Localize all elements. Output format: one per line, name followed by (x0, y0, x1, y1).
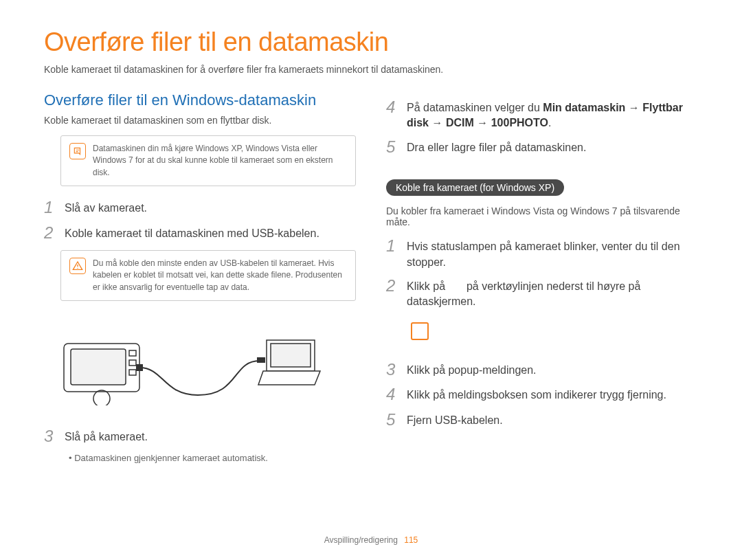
usb-connection-illustration (60, 330, 322, 405)
section-subtext: Koble kameraet til datamaskinen som en f… (44, 115, 356, 126)
step-3: 3 Slå på kameraet. (44, 427, 356, 445)
d-step-3: 3 Klikk på popup-meldingen. (386, 361, 698, 379)
step-number: 3 (386, 361, 398, 379)
step-text: Klikk på popup-meldingen. (407, 361, 537, 379)
pill-subtext: Du kobler fra kameraet i Windows Vista o… (386, 205, 698, 227)
svg-rect-5 (129, 350, 136, 356)
d-step-4: 4 Klikk på meldingsboksen som indikerer … (386, 385, 698, 403)
step-1: 1 Slå av kameraet. (44, 199, 356, 216)
left-column: Overføre filer til en Windows-datamaskin… (44, 91, 356, 463)
step-number: 5 (386, 138, 398, 156)
d-step-2: 2 Klikk på på verktøylinjen nederst til … (386, 277, 698, 310)
step-4: 4 På datamaskinen velger du Min datamask… (386, 98, 698, 131)
step-number: 2 (386, 277, 398, 310)
svg-rect-10 (271, 344, 311, 367)
warning-icon (69, 258, 86, 274)
step4-pre: På datamaskinen velger du (407, 102, 543, 113)
intro-text: Koble kameraet til datamaskinen for å ov… (44, 64, 698, 75)
d-step-1: 1 Hvis statuslampen på kameraet blinker,… (386, 237, 698, 270)
right-column: 4 På datamaskinen velger du Min datamask… (386, 91, 698, 463)
step-text: Slå av kameraet. (65, 199, 147, 216)
disconnect-heading-pill: Koble fra kameraet (for Windows XP) (386, 179, 564, 196)
warning-text: Du må koble den minste enden av USB-kabe… (93, 258, 347, 293)
svg-rect-8 (136, 364, 143, 371)
step-text: Dra eller lagre filer på datamaskinen. (407, 138, 586, 156)
step-number: 1 (44, 199, 56, 216)
step-number: 4 (386, 98, 398, 131)
svg-rect-7 (129, 370, 136, 375)
note-text: Datamaskinen din må kjøre Windows XP, Wi… (93, 143, 347, 179)
step-text: Fjern USB-kabelen. (407, 411, 503, 429)
d-step-2a: Klikk på (407, 280, 448, 292)
arrow-icon: → (429, 117, 446, 128)
step-number: 2 (44, 224, 56, 242)
step-text: Klikk på på verktøylinjen nederst til hø… (407, 277, 698, 310)
page-footer: Avspilling/redigering 115 (0, 535, 742, 545)
step-3-note: Datamaskinen gjenkjenner kameraet automa… (69, 453, 356, 463)
page-title: Overføre filer til en datamaskin (44, 27, 698, 57)
svg-point-1 (77, 268, 78, 269)
step-text: Slå på kameraet. (65, 427, 148, 445)
step-5: 5 Dra eller lagre filer på datamaskinen. (386, 138, 698, 156)
arrow-icon: → (625, 102, 642, 113)
page-number: 115 (404, 535, 418, 545)
d-step-5: 5 Fjern USB-kabelen. (386, 411, 698, 429)
step-text: Hvis statuslampen på kameraet blinker, v… (407, 237, 698, 270)
taskbar-icon-placeholder (411, 322, 429, 340)
svg-rect-6 (129, 360, 136, 366)
step4-b4: 100PHOTO (491, 117, 548, 128)
svg-rect-3 (71, 349, 126, 385)
step4-b1: Min datamaskin (543, 102, 625, 113)
svg-point-4 (93, 390, 110, 405)
note-box: Datamaskinen din må kjøre Windows XP, Wi… (60, 135, 356, 186)
note-icon (69, 143, 86, 159)
section-heading: Overføre filer til en Windows-datamaskin (44, 91, 356, 109)
svg-rect-9 (257, 357, 265, 363)
step-text: Koble kameraet til datamaskinen med USB-… (65, 224, 319, 242)
step-number: 1 (386, 237, 398, 270)
step4-b3: DCIM (446, 117, 474, 128)
footer-label: Avspilling/redigering (324, 535, 398, 545)
step-text: Klikk på meldingsboksen som indikerer tr… (407, 385, 666, 403)
step-number: 4 (386, 385, 398, 403)
step-text: På datamaskinen velger du Min datamaskin… (407, 98, 698, 131)
step-2: 2 Koble kameraet til datamaskinen med US… (44, 224, 356, 242)
step-number: 5 (386, 411, 398, 429)
arrow-icon: → (474, 117, 491, 128)
step-number: 3 (44, 427, 56, 445)
warning-box: Du må koble den minste enden av USB-kabe… (60, 250, 356, 301)
